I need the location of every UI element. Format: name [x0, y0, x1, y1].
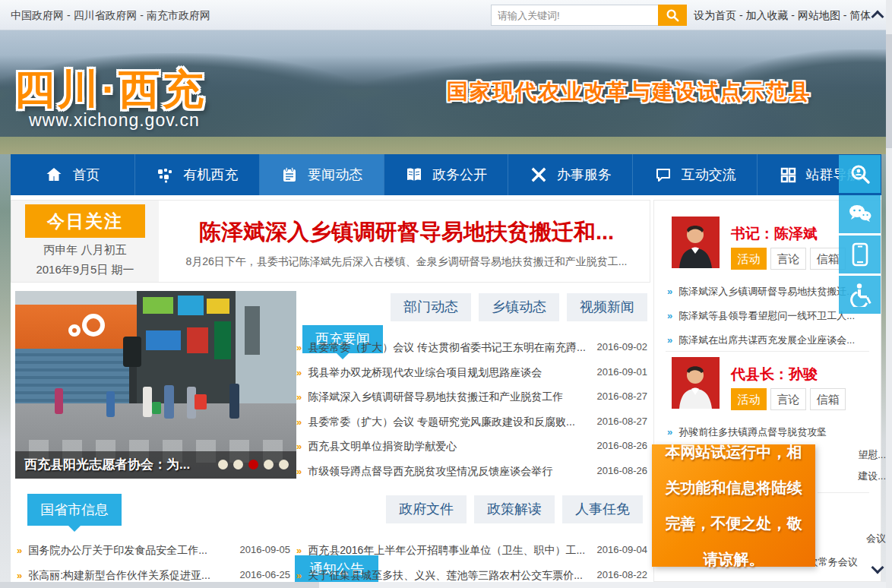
nav-item-interaction[interactable]: 互动交流 — [633, 154, 758, 195]
arrow-bullet-icon: » — [17, 570, 22, 581]
arrow-bullet-icon: » — [667, 310, 672, 321]
headline-summary: 8月26日下午，县委书记陈泽斌先后深入古楼镇、金泉乡调研督导易地扶贫搬迁和产业脱… — [163, 255, 650, 269]
float-mobile-button[interactable] — [839, 236, 881, 273]
arrow-bullet-icon: » — [296, 391, 302, 403]
float-accessibility-button[interactable] — [839, 276, 881, 314]
photo-shape — [178, 296, 204, 315]
tab-gov-documents[interactable]: 政府文件 — [386, 495, 467, 523]
quick-links[interactable]: 设为首页 - 加入收藏 - 网站地图 - 简体 — [694, 0, 871, 30]
search-box — [491, 5, 659, 26]
secretary-tab-speech[interactable]: 言论 — [770, 248, 806, 270]
news-link[interactable]: 关于征集县城至多扶、义兴、莲池等三路农村公交车票价... — [308, 569, 583, 581]
mayor-tab-mailbox[interactable]: 信箱 — [810, 388, 846, 410]
headline-link[interactable]: 陈泽斌深入乡镇调研督导易地扶贫搬迁和... — [163, 217, 650, 248]
vertical-scrollbar-thumb[interactable] — [886, 34, 892, 148]
horizontal-scrollbar-thumb[interactable] — [0, 582, 319, 588]
photo-shape — [195, 394, 207, 409]
list-item: »西充县2016年上半年公开招聘事业单位（卫生、职中）工... 2016-09-… — [296, 543, 647, 558]
tab-label: 部门动态 — [403, 299, 458, 315]
list-item: »陈泽斌在出席共谋西充发展企业座谈会... — [667, 333, 878, 348]
secretary-name[interactable]: 书记：陈泽斌 — [731, 224, 818, 244]
nav-item-news[interactable]: 要闻动态 — [260, 154, 384, 195]
arrow-bullet-icon: » — [296, 367, 302, 378]
photo-shape — [187, 327, 208, 353]
photo-shape — [207, 299, 229, 314]
nav-item-services[interactable]: 办事服务 — [508, 154, 633, 195]
tab-national-info[interactable]: 国省市信息 — [27, 494, 122, 526]
carousel-dot[interactable] — [264, 460, 274, 469]
nav-item-home[interactable]: 首页 — [11, 154, 135, 195]
photo-shape — [82, 314, 105, 337]
photo-shape — [143, 297, 173, 314]
today-date-box: 今日关注 丙申年 八月初五 2016年9月5日 期一 — [11, 201, 159, 282]
mayor-name[interactable]: 代县长：孙骏 — [731, 365, 818, 384]
news-link[interactable]: 张高丽:构建新型合作伙伴关系促进亚... — [28, 569, 210, 581]
tab-label: 乡镇动态 — [492, 299, 546, 315]
news-link[interactable]: 西充县文明单位捐资助学献爱心 — [308, 440, 457, 452]
leader-news-link[interactable]: 陈泽斌等县领导看望慰问一线环卫工人... — [678, 310, 855, 321]
nav-label: 办事服务 — [557, 166, 612, 184]
carousel-dot[interactable] — [233, 460, 243, 469]
arrow-bullet-icon: » — [296, 570, 302, 581]
nav-label: 首页 — [72, 166, 100, 184]
leader-news-link[interactable]: 陈泽斌深入乡镇调研督导易地扶贫搬迁... — [678, 286, 855, 297]
tab-township-news[interactable]: 乡镇动态 — [479, 293, 559, 321]
mayor-photo[interactable] — [672, 357, 720, 409]
news-date: 2016-09-01 — [597, 366, 648, 378]
photo-carousel[interactable]: 西充县阳光志愿者协会：为... — [15, 291, 296, 479]
lunar-date: 丙申年 八月初五 — [11, 243, 159, 258]
carousel-caption[interactable]: 西充县阳光志愿者协会：为... — [24, 456, 190, 473]
news-link[interactable]: 西充县2016年上半年公开招聘事业单位（卫生、职中）工... — [308, 544, 585, 556]
float-wechat-button[interactable] — [839, 195, 881, 233]
chat-icon — [654, 166, 672, 184]
tab-personnel[interactable]: 人事任免 — [562, 495, 643, 523]
news-date: 2016-08-26 — [597, 465, 648, 476]
photo-person — [229, 384, 239, 419]
mayor-tab-speech[interactable]: 言论 — [770, 388, 806, 410]
news-date: 2016-08-27 — [597, 390, 648, 402]
search-input[interactable] — [492, 5, 658, 25]
news-link[interactable]: 县委常委（扩大）会议 传达贯彻省委书记王东明在南充蹲... — [308, 341, 586, 353]
home-icon — [45, 166, 63, 184]
carousel-dot[interactable] — [279, 460, 289, 469]
secretary-tab-activity[interactable]: 活动 — [731, 248, 767, 270]
leader-news-link[interactable]: 陈泽斌在出席共谋西充发展企业座谈会... — [678, 334, 855, 346]
carousel-dot-active[interactable] — [248, 460, 258, 469]
partial-news-link[interactable]: 望慰... — [858, 448, 886, 462]
nav-item-organic[interactable]: 有机西充 — [135, 154, 260, 195]
secretary-photo[interactable] — [672, 217, 720, 268]
tab-label: 视频新闻 — [580, 299, 634, 315]
list-item: »关于征集县城至多扶、义兴、莲池等三路农村公交车票价... 2016-08-22 — [296, 568, 647, 583]
gregorian-date: 2016年9月5日 期一 — [11, 263, 159, 277]
partial-news-link[interactable]: 会议 — [866, 532, 886, 545]
news-link[interactable]: 县委常委（扩大）会议 专题研究党风廉政建设和反腐败... — [308, 416, 575, 428]
nav-item-gov-info[interactable]: 政务公开 — [384, 154, 509, 195]
today-focus-title: 今日关注 — [25, 204, 145, 238]
news-link[interactable]: 陈泽斌深入乡镇调研督导易地扶贫搬迁和产业脱贫工作 — [308, 390, 563, 403]
tab-label: 政策解读 — [487, 501, 542, 517]
photo-shape — [123, 337, 141, 367]
mayor-tab-activity[interactable]: 活动 — [731, 388, 767, 410]
photo-person — [143, 387, 152, 417]
partial-news-link[interactable]: 建设... — [858, 469, 886, 483]
list-item: »国务院办公厅关于印发食品安全工作... 2016-09-05 — [17, 543, 296, 558]
news-link[interactable]: 国务院办公厅关于印发食品安全工作... — [28, 544, 207, 556]
news-date: 2016-09-05 — [240, 544, 291, 555]
news-date: 2016-09-02 — [597, 341, 648, 352]
arrow-bullet-icon: » — [296, 342, 302, 353]
gov-site-links[interactable]: 中国政府网 - 四川省政府网 - 南充市政府网 — [11, 0, 210, 30]
search-button[interactable] — [658, 5, 687, 26]
news-link[interactable]: 我县举办双龙桥现代农业综合项目规划思路座谈会 — [308, 366, 542, 378]
tab-policy-interpretation[interactable]: 政策解读 — [474, 495, 555, 523]
news-link[interactable]: 市级领导蹲点督导西充脱贫攻坚情况反馈座谈会举行 — [308, 465, 552, 477]
photo-person — [106, 391, 115, 417]
list-item: »西充县文明单位捐资助学献爱心 2016-08-26 — [296, 439, 647, 454]
service-icon — [530, 166, 548, 184]
tab-department-news[interactable]: 部门动态 — [391, 293, 471, 321]
news-icon — [280, 166, 299, 184]
arrow-bullet-icon: » — [667, 334, 672, 346]
tab-video-news[interactable]: 视频新闻 — [567, 293, 647, 321]
float-search-button[interactable] — [839, 155, 881, 193]
carousel-dot[interactable] — [218, 460, 228, 469]
arrow-bullet-icon: » — [296, 466, 302, 477]
